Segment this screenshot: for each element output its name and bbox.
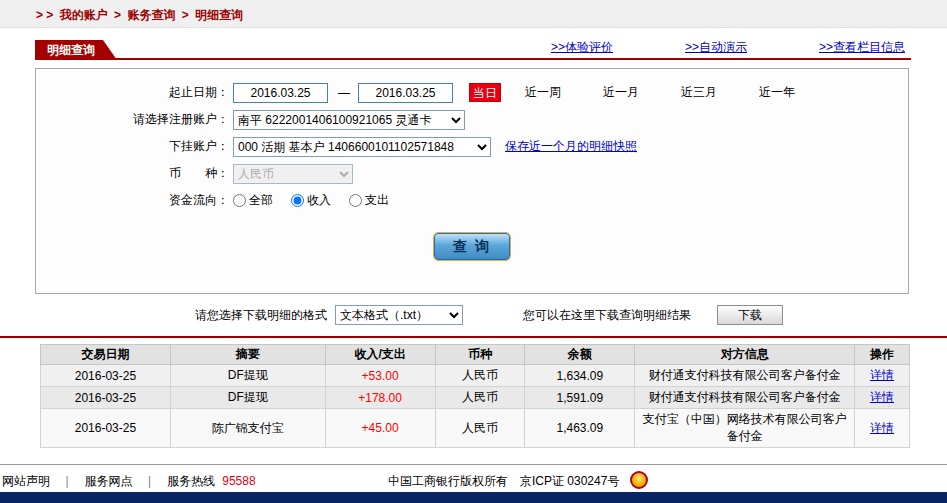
cell-amount: +45.00	[325, 409, 435, 448]
table-row: 2016-03-25 DF提现 +53.00 人民币 1,634.09 财付通支…	[41, 365, 910, 387]
tab-underline	[35, 58, 911, 60]
header-amount: 收入/支出	[325, 345, 435, 365]
range-month-link[interactable]: 近一月	[603, 84, 639, 101]
query-button[interactable]: 查 询	[434, 233, 510, 260]
breadcrumb-prefix: > >	[36, 8, 53, 22]
date-range-label: 起止日期：	[36, 84, 233, 101]
cell-date: 2016-03-25	[41, 409, 171, 448]
copyright-text: 中国工商银行版权所有 京ICP证 030247号	[388, 473, 619, 490]
bottom-bar	[0, 492, 947, 503]
flow-radio-group: 全部 收入 支出	[233, 192, 389, 209]
cell-summary: DF提现	[170, 365, 325, 387]
date-from-input[interactable]	[233, 83, 328, 103]
breadcrumb-sep: >	[182, 8, 189, 22]
footer-link-statement[interactable]: 网站声明	[2, 474, 50, 488]
cell-summary: DF提现	[170, 387, 325, 409]
flow-radio-all-label: 全部	[249, 192, 273, 209]
download-button[interactable]: 下载	[717, 305, 783, 325]
detail-link[interactable]: 详情	[870, 421, 894, 435]
section-divider	[0, 336, 947, 338]
header-action: 操作	[855, 345, 910, 365]
download-format-select[interactable]: 文本格式（.txt）	[335, 305, 463, 325]
breadcrumb-item-detail-query[interactable]: 明细查询	[195, 8, 243, 22]
cell-currency: 人民币	[435, 409, 525, 448]
date-to-input[interactable]	[358, 83, 453, 103]
currency-label: 币 种：	[36, 165, 233, 182]
sub-account-label: 下挂账户：	[36, 138, 233, 155]
cell-balance: 1,463.09	[525, 409, 635, 448]
header-date: 交易日期	[41, 345, 171, 365]
flow-radio-expense-input[interactable]	[349, 194, 362, 207]
today-button[interactable]: 当日	[469, 83, 501, 102]
cell-counterparty: 财付通支付科技有限公司客户备付金	[635, 387, 855, 409]
flow-row: 资金流向： 全部 收入 支出	[36, 190, 908, 211]
snapshot-link[interactable]: 保存近一个月的明细快照	[505, 138, 637, 155]
sub-account-select[interactable]: 000 活期 基本户 1406600101102571848	[233, 137, 491, 157]
cell-amount: +178.00	[325, 387, 435, 409]
range-year-link[interactable]: 近一年	[759, 84, 795, 101]
table-header-row: 交易日期 摘要 收入/支出 币种 余额 对方信息 操作	[41, 345, 910, 365]
link-experience-review[interactable]: >>体验评价	[551, 39, 613, 56]
cell-counterparty: 财付通支付科技有限公司客户备付金	[635, 365, 855, 387]
flow-radio-income[interactable]: 收入	[291, 192, 331, 209]
table-row: 2016-03-25 DF提现 +178.00 人民币 1,591.09 财付通…	[41, 387, 910, 409]
icp-badge-icon[interactable]	[630, 471, 648, 489]
breadcrumb: > > 我的账户 > 账务查询 > 明细查询	[36, 7, 246, 24]
flow-radio-all-input[interactable]	[233, 194, 246, 207]
header-counterparty: 对方信息	[635, 345, 855, 365]
cell-date: 2016-03-25	[41, 365, 171, 387]
cell-amount: +53.00	[325, 365, 435, 387]
currency-row: 币 种： 人民币	[36, 163, 908, 184]
flow-radio-income-input[interactable]	[291, 194, 304, 207]
download-row: 请您选择下载明细的格式 文本格式（.txt） 您可以在这里下载查询明细结果 下载	[35, 304, 909, 326]
cell-currency: 人民币	[435, 365, 525, 387]
registered-account-select[interactable]: 南平 6222001406100921065 灵通卡	[233, 110, 465, 130]
hotline-number: 95588	[222, 474, 255, 488]
date-separator: —	[338, 86, 350, 100]
header-currency: 币种	[435, 345, 525, 365]
registered-account-row: 请选择注册账户： 南平 6222001406100921065 灵通卡	[36, 109, 908, 130]
cell-date: 2016-03-25	[41, 387, 171, 409]
cell-counterparty: 支付宝（中国）网络技术有限公司客户备付金	[635, 409, 855, 448]
query-form: 起止日期： — 当日 近一周 近一月 近三月 近一年 请选择注册账户： 南平 6…	[35, 68, 909, 294]
link-auto-demo[interactable]: >>自动演示	[685, 39, 747, 56]
cell-summary: 陈广锦支付宝	[170, 409, 325, 448]
cell-balance: 1,591.09	[525, 387, 635, 409]
currency-select: 人民币	[233, 164, 353, 184]
footer-link-branches[interactable]: 服务网点	[84, 474, 132, 488]
query-button-row: 查 询	[36, 233, 908, 260]
date-row: 起止日期： — 当日 近一周 近一月 近三月 近一年	[36, 82, 908, 103]
sub-account-row: 下挂账户： 000 活期 基本户 1406600101102571848 保存近…	[36, 136, 908, 157]
link-column-info[interactable]: >>查看栏目信息	[819, 39, 905, 56]
flow-radio-expense[interactable]: 支出	[349, 192, 389, 209]
flow-label: 资金流向：	[36, 192, 233, 209]
detail-query-page: > > 我的账户 > 账务查询 > 明细查询 明细查询 >>体验评价 >>自动演…	[0, 0, 947, 503]
breadcrumb-item-my-account[interactable]: 我的账户	[60, 8, 108, 22]
range-quarter-link[interactable]: 近三月	[681, 84, 717, 101]
hotline-label: 服务热线	[167, 474, 215, 488]
registered-account-label: 请选择注册账户：	[36, 111, 233, 128]
breadcrumb-item-account-query[interactable]: 账务查询	[127, 8, 175, 22]
footer-divider	[0, 464, 947, 465]
footer-separator: ｜	[61, 474, 73, 488]
cell-currency: 人民币	[435, 387, 525, 409]
tab-row: 明细查询 >>体验评价 >>自动演示 >>查看栏目信息	[35, 38, 911, 60]
detail-link[interactable]: 详情	[870, 390, 894, 404]
header-balance: 余额	[525, 345, 635, 365]
header-summary: 摘要	[170, 345, 325, 365]
footer: 网站声明 ｜ 服务网点 ｜ 服务热线 95588 中国工商银行版权所有 京ICP…	[0, 471, 947, 491]
flow-radio-all[interactable]: 全部	[233, 192, 273, 209]
footer-links: 网站声明 ｜ 服务网点 ｜ 服务热线 95588	[2, 473, 256, 490]
range-week-link[interactable]: 近一周	[525, 84, 561, 101]
flow-radio-income-label: 收入	[307, 192, 331, 209]
transactions-table: 交易日期 摘要 收入/支出 币种 余额 对方信息 操作 2016-03-25 D…	[40, 344, 910, 448]
download-hint: 您可以在这里下载查询明细结果	[523, 307, 691, 324]
cell-balance: 1,634.09	[525, 365, 635, 387]
breadcrumb-sep: >	[114, 8, 121, 22]
tab-detail-query[interactable]: 明细查询	[35, 40, 117, 60]
footer-separator: ｜	[144, 474, 156, 488]
table-row: 2016-03-25 陈广锦支付宝 +45.00 人民币 1,463.09 支付…	[41, 409, 910, 448]
quick-ranges: 近一周 近一月 近三月 近一年	[525, 84, 795, 101]
detail-link[interactable]: 详情	[870, 368, 894, 382]
flow-radio-expense-label: 支出	[365, 192, 389, 209]
